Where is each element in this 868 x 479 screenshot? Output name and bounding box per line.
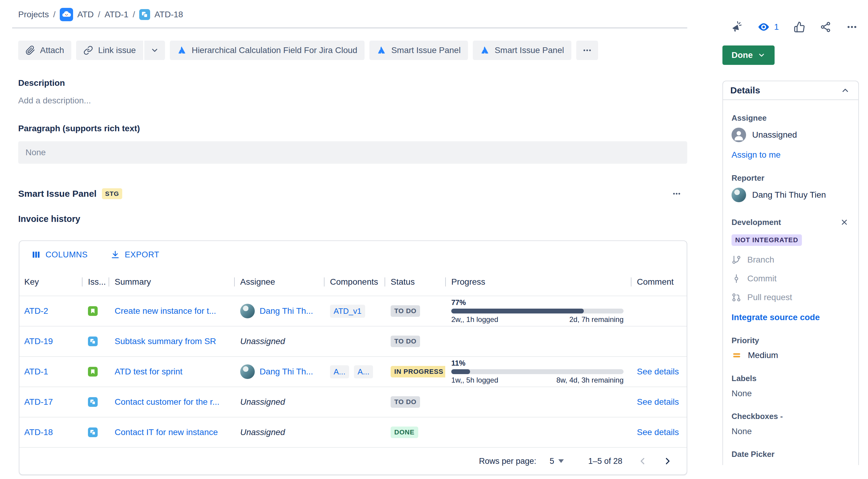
time-tracking-progress: 77%2w,, 1h logged2d, 7h remaining: [451, 298, 624, 324]
columns-button[interactable]: COLUMNS: [28, 250, 91, 260]
status-badge: IN PROGRESS: [391, 366, 445, 377]
next-page-button[interactable]: [660, 454, 675, 468]
issue-summary-link[interactable]: ATD test for sprint: [115, 367, 183, 377]
collapse-details-button[interactable]: [839, 85, 851, 96]
key-cell: ATD-2: [24, 306, 82, 316]
columns-label: COLUMNS: [45, 250, 88, 259]
breadcrumb-separator: /: [53, 10, 56, 20]
breadcrumb-project[interactable]: ATD: [78, 10, 94, 20]
priority-value[interactable]: Medium: [732, 350, 850, 360]
integrate-source-code-link[interactable]: Integrate source code: [732, 313, 820, 322]
export-button[interactable]: EXPORT: [107, 250, 163, 260]
share-button[interactable]: [820, 21, 831, 33]
component-chip[interactable]: A...: [354, 365, 373, 378]
link-issue-split-button: Link issue: [76, 41, 165, 60]
not-integrated-badge: NOT INTEGRATED: [732, 234, 802, 246]
issue-summary-link[interactable]: Contact customer for the r...: [115, 397, 219, 407]
app-button-smart-issue-panel-1[interactable]: Smart Issue Panel: [369, 41, 468, 60]
progress-bar-fill: [451, 309, 584, 314]
comment-cell: See details: [631, 397, 682, 407]
breadcrumb-projects[interactable]: Projects: [18, 10, 49, 20]
issue-key-link[interactable]: ATD-18: [24, 427, 53, 437]
rows-per-page-select[interactable]: 5: [546, 456, 567, 467]
details-header[interactable]: Details: [723, 81, 858, 100]
component-chip[interactable]: A...: [330, 365, 349, 378]
description-heading: Description: [18, 78, 687, 88]
git-branch-icon: [732, 255, 741, 265]
checkboxes-value[interactable]: None: [732, 426, 850, 436]
column-header-key[interactable]: Key: [24, 277, 82, 287]
column-header-assignee[interactable]: Assignee: [234, 277, 324, 287]
paragraph-field-value[interactable]: None: [18, 141, 687, 164]
description-placeholder[interactable]: Add a description...: [18, 96, 687, 105]
link-issue-button[interactable]: Link issue: [76, 41, 143, 60]
status-button-done[interactable]: Done: [722, 45, 775, 65]
chevron-right-icon: [663, 456, 672, 466]
see-details-link[interactable]: See details: [637, 427, 679, 437]
column-header-summary[interactable]: Summary: [108, 277, 234, 287]
issue-key-link[interactable]: ATD-1: [24, 367, 48, 377]
components-cell: A...A...: [324, 365, 384, 378]
assignee-value[interactable]: Unassigned: [732, 128, 850, 142]
create-branch-item[interactable]: Branch: [732, 255, 850, 265]
summary-cell: Create new instance for t...: [108, 306, 234, 316]
comment-cell: See details: [631, 367, 682, 377]
table-row: ATD-18Contact IT for new instanceUnassig…: [20, 417, 687, 447]
invoice-history-title: Invoice history: [18, 214, 687, 224]
subtask-icon: [88, 397, 98, 407]
issue-toolbar: Attach Link issue H: [18, 41, 687, 60]
assignee-avatar: [240, 364, 255, 379]
app-button-hierarchical-calculation[interactable]: Hierarchical Calculation Field For Jira …: [170, 41, 365, 60]
column-header-status[interactable]: Status: [384, 277, 445, 287]
assignee-cell: Dang Thi Th...: [234, 364, 324, 379]
feedback-button[interactable]: [731, 21, 742, 33]
share-icon: [820, 21, 831, 33]
link-issue-dropdown-button[interactable]: [144, 41, 165, 60]
assign-to-me-link[interactable]: Assign to me: [732, 150, 781, 160]
issue-summary-link[interactable]: Create new instance for t...: [115, 306, 216, 316]
story-icon: [88, 367, 98, 377]
issue-summary-link[interactable]: Contact IT for new instance: [115, 427, 218, 437]
see-details-link[interactable]: See details: [637, 397, 679, 407]
column-header-issuetype[interactable]: Iss...: [82, 277, 108, 287]
watch-button[interactable]: 1: [757, 21, 779, 33]
column-header-comment[interactable]: Comment: [631, 277, 682, 287]
previous-page-button[interactable]: [636, 454, 650, 468]
assignee-link[interactable]: Dang Thi Th...: [259, 306, 313, 316]
assignee-name: Unassigned: [752, 130, 797, 140]
toolbar-more-button[interactable]: [576, 41, 598, 60]
dismiss-development-button[interactable]: [839, 217, 850, 228]
time-logged: 2w,, 1h logged: [451, 315, 498, 324]
smart-panel-more-button[interactable]: [670, 187, 684, 201]
vote-button[interactable]: [794, 21, 805, 33]
create-pull-request-item[interactable]: Pull request: [732, 292, 850, 302]
see-details-link[interactable]: See details: [637, 367, 679, 377]
attach-button[interactable]: Attach: [18, 41, 71, 60]
assignee-link[interactable]: Dang Thi Th...: [259, 367, 313, 377]
progress-bar[interactable]: [451, 309, 624, 314]
progress-bar[interactable]: [451, 369, 624, 374]
issue-summary-link[interactable]: Subtask summary from SR: [115, 337, 216, 346]
issue-type-cell: [82, 367, 108, 377]
date-picker-value[interactable]: None: [732, 465, 850, 465]
checkboxes-label: Checkboxes -: [732, 412, 850, 421]
create-commit-item[interactable]: Commit: [732, 274, 850, 284]
megaphone-icon: [731, 21, 742, 33]
labels-value[interactable]: None: [732, 389, 850, 398]
issue-key-link[interactable]: ATD-19: [24, 337, 53, 346]
component-chip[interactable]: ATD_v1: [330, 305, 365, 318]
column-header-components[interactable]: Components: [324, 277, 384, 287]
issue-key-link[interactable]: ATD-17: [24, 397, 53, 407]
atlassian-logo-icon: [377, 45, 386, 55]
chevron-up-icon: [841, 86, 850, 95]
app-button-smart-issue-panel-2[interactable]: Smart Issue Panel: [473, 41, 571, 60]
breadcrumb-current-issue[interactable]: ATD-18: [154, 10, 183, 20]
more-actions-button[interactable]: [846, 21, 858, 33]
reporter-value[interactable]: Dang Thi Thuy Tien: [732, 188, 850, 202]
issue-key-link[interactable]: ATD-2: [24, 306, 48, 316]
table-toolbar: COLUMNS EXPORT: [20, 241, 687, 268]
column-header-progress[interactable]: Progress: [445, 277, 631, 287]
attach-label: Attach: [40, 45, 64, 55]
breadcrumb-parent-issue[interactable]: ATD-1: [105, 10, 129, 20]
git-commit-icon: [732, 274, 741, 284]
